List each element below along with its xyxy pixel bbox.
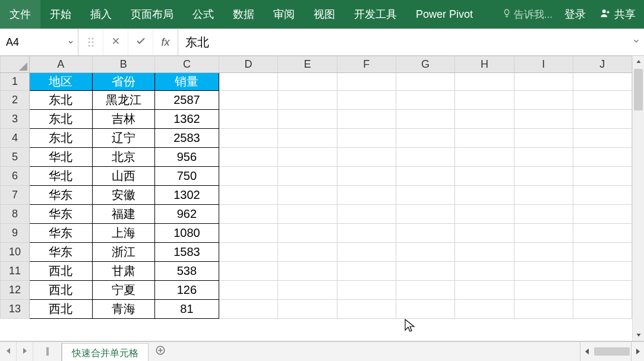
cell[interactable]: [337, 186, 396, 205]
cell[interactable]: [396, 148, 454, 167]
cell[interactable]: [219, 148, 277, 167]
ribbon-tab-insert[interactable]: 插入: [81, 0, 121, 28]
column-header[interactable]: G: [396, 56, 454, 73]
cell-region[interactable]: 东北: [30, 91, 92, 110]
cell[interactable]: [455, 91, 514, 110]
cell[interactable]: [337, 281, 396, 300]
cell[interactable]: [396, 243, 454, 262]
row-header[interactable]: 4: [1, 129, 30, 148]
cell[interactable]: [219, 262, 277, 281]
ribbon-tab-powerpivot[interactable]: Power Pivot: [406, 0, 482, 28]
cell[interactable]: [337, 91, 396, 110]
cell[interactable]: [396, 73, 454, 91]
cell-region[interactable]: 华东: [30, 243, 92, 262]
row-header[interactable]: 13: [1, 300, 30, 319]
cell[interactable]: [219, 300, 277, 319]
column-header[interactable]: E: [278, 56, 337, 73]
cell-province[interactable]: 浙江: [92, 243, 154, 262]
cell[interactable]: [219, 91, 277, 110]
cell[interactable]: [278, 167, 337, 186]
cell[interactable]: [278, 91, 337, 110]
cell[interactable]: [455, 300, 514, 319]
cell[interactable]: [337, 243, 396, 262]
cell[interactable]: [278, 186, 337, 205]
cell[interactable]: [396, 186, 454, 205]
cell[interactable]: [455, 167, 514, 186]
column-header[interactable]: A: [30, 56, 92, 73]
cell-region[interactable]: 华北: [30, 148, 92, 167]
formula-confirm-button[interactable]: [128, 29, 153, 55]
column-header[interactable]: I: [514, 56, 573, 73]
cell[interactable]: [455, 110, 514, 129]
cell[interactable]: [573, 167, 632, 186]
cell-region[interactable]: 西北: [30, 300, 92, 319]
cell[interactable]: [219, 110, 277, 129]
cell[interactable]: [396, 129, 454, 148]
cell[interactable]: [455, 224, 514, 243]
cell-sales[interactable]: 962: [154, 205, 219, 224]
row-header[interactable]: 3: [1, 110, 30, 129]
row-header[interactable]: 7: [1, 186, 30, 205]
cell[interactable]: [455, 73, 514, 91]
cell[interactable]: [573, 224, 632, 243]
cell[interactable]: [337, 110, 396, 129]
cell[interactable]: [337, 224, 396, 243]
cell[interactable]: [455, 186, 514, 205]
cell[interactable]: [514, 110, 573, 129]
select-all-corner[interactable]: [1, 56, 30, 73]
cell[interactable]: [278, 129, 337, 148]
cell[interactable]: [278, 281, 337, 300]
cell[interactable]: [455, 129, 514, 148]
cell[interactable]: [396, 91, 454, 110]
cell[interactable]: [573, 91, 632, 110]
cell-region[interactable]: 华东: [30, 224, 92, 243]
scroll-down-icon[interactable]: [633, 329, 644, 341]
cell[interactable]: [337, 167, 396, 186]
row-header[interactable]: 6: [1, 167, 30, 186]
scroll-right-icon[interactable]: [631, 342, 644, 361]
cell-province[interactable]: 甘肃: [92, 262, 154, 281]
cell[interactable]: [514, 281, 573, 300]
column-header[interactable]: D: [219, 56, 277, 73]
formula-expand-button[interactable]: [629, 29, 644, 55]
sheet-tab-active[interactable]: 快速合并单元格: [62, 343, 149, 361]
cell[interactable]: [219, 224, 277, 243]
ribbon-tab-file[interactable]: 文件: [0, 0, 40, 28]
row-header[interactable]: 11: [1, 262, 30, 281]
cell[interactable]: [219, 281, 277, 300]
cell[interactable]: [337, 148, 396, 167]
row-header[interactable]: 12: [1, 281, 30, 300]
formula-cancel-button[interactable]: [103, 29, 128, 55]
cell[interactable]: [278, 262, 337, 281]
cell[interactable]: [455, 281, 514, 300]
cell[interactable]: [514, 224, 573, 243]
cell[interactable]: [573, 262, 632, 281]
tab-split-handle[interactable]: [33, 342, 62, 361]
cell-province[interactable]: 福建: [92, 205, 154, 224]
cell[interactable]: [278, 110, 337, 129]
cell[interactable]: [396, 110, 454, 129]
cell[interactable]: [455, 205, 514, 224]
cell[interactable]: [573, 148, 632, 167]
cell[interactable]: [514, 243, 573, 262]
cell[interactable]: [396, 205, 454, 224]
cell[interactable]: [219, 129, 277, 148]
cell[interactable]: [278, 205, 337, 224]
cell[interactable]: [514, 167, 573, 186]
cell[interactable]: [514, 73, 573, 91]
cell-sales[interactable]: 81: [154, 300, 219, 319]
cell[interactable]: [396, 300, 454, 319]
share-button[interactable]: 共享: [592, 0, 644, 28]
ribbon-tab-formulas[interactable]: 公式: [183, 0, 223, 28]
cell[interactable]: [337, 73, 396, 91]
cell-province[interactable]: 上海: [92, 224, 154, 243]
table-header-sales[interactable]: 销量: [154, 73, 219, 91]
fx-button[interactable]: fx: [153, 29, 178, 55]
ribbon-tab-data[interactable]: 数据: [223, 0, 264, 28]
ribbon-tab-home[interactable]: 开始: [40, 0, 81, 28]
row-header[interactable]: 9: [1, 224, 30, 243]
cell[interactable]: [337, 205, 396, 224]
cell[interactable]: [396, 281, 454, 300]
name-box[interactable]: A4: [0, 29, 78, 55]
cell-sales[interactable]: 2583: [154, 129, 219, 148]
